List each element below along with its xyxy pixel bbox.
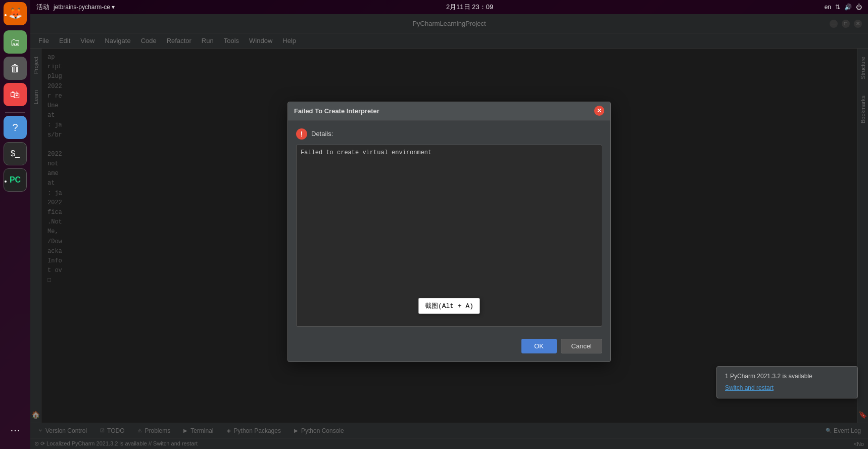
taskbar-icon-pycharm[interactable]: PC (4, 168, 27, 192)
cancel-button[interactable]: Cancel (561, 339, 602, 353)
firefox-icon: 🦊 (9, 7, 22, 20)
app-launcher-wrapper: ⋯ (4, 419, 27, 445)
grid-icon: ⋯ (10, 424, 20, 436)
taskbar-icon-trash[interactable]: 🗑 (4, 57, 27, 80)
ok-button[interactable]: OK (521, 339, 557, 353)
system-topbar: 活动 jetbrains-pycharm-ce ▾ 2月11日 23：09 en… (30, 0, 868, 14)
volume-icon: 🔊 (844, 4, 852, 11)
failed-interpreter-dialog: Failed To Create Interpreter ✕ ! Details… (287, 102, 611, 362)
pycharm-window: PyCharmLearningProject — □ ✕ File Edit V… (30, 14, 868, 449)
taskbar-divider (5, 112, 25, 113)
terminal-icon: $_ (11, 149, 20, 158)
error-message: Failed to create virtual environment (301, 149, 431, 156)
taskbar-pycharm-wrapper: PC (4, 168, 27, 195)
power-icon: ⏻ (856, 4, 862, 11)
trash-icon: 🗑 (10, 63, 20, 74)
switch-and-restart-link[interactable]: Switch and restart (725, 384, 774, 391)
taskbar-firefox-wrapper: 🦊 (4, 2, 27, 28)
dialog-details-header: ! Details: (296, 128, 602, 140)
topbar-right: en ⇅ 🔊 ⏻ (825, 4, 862, 11)
pycharm-icon: PC (10, 175, 21, 185)
taskbar-icon-grid[interactable]: ⋯ (4, 419, 27, 442)
taskbar-active-dot (5, 14, 7, 16)
taskbar-icon-help[interactable]: ? (4, 116, 27, 139)
topbar-left: 活动 jetbrains-pycharm-ce ▾ (36, 3, 115, 12)
update-notification: 1 PyCharm 2021.3.2 is available Switch a… (716, 366, 858, 398)
taskbar-left: 🦊 🗂 🗑 🛍 ? $_ PC ⋯ (0, 0, 30, 449)
taskbar-icon-firefox[interactable]: 🦊 (4, 2, 27, 25)
modal-overlay: 1 PyCharm 2021.3.2 is available Switch a… (30, 14, 868, 449)
store-icon: 🛍 (10, 89, 20, 101)
help-icon: ? (12, 122, 18, 133)
locale-indicator[interactable]: en (825, 4, 831, 11)
dialog-footer: OK Cancel (288, 335, 610, 362)
error-textarea[interactable]: Failed to create virtual environment 截图(… (296, 145, 602, 327)
topbar-datetime: 2月11日 23：09 (446, 3, 493, 12)
error-icon: ! (296, 128, 307, 140)
details-label: Details: (311, 130, 333, 138)
window-indicator[interactable]: jetbrains-pycharm-ce ▾ (54, 4, 115, 11)
taskbar-icon-terminal[interactable]: $_ (4, 142, 27, 165)
taskbar-pycharm-dot (5, 181, 7, 183)
taskbar-icon-files[interactable]: 🗂 (4, 30, 27, 54)
dialog-titlebar: Failed To Create Interpreter ✕ (288, 102, 610, 120)
update-notification-text: 1 PyCharm 2021.3.2 is available (725, 373, 849, 380)
taskbar-icon-store[interactable]: 🛍 (4, 83, 27, 106)
screenshot-tooltip-text: 截图(Alt + A) (425, 302, 473, 310)
activities-label[interactable]: 活动 (36, 3, 50, 12)
dialog-body: ! Details: Failed to create virtual envi… (288, 120, 610, 335)
files-icon: 🗂 (10, 36, 20, 48)
dialog-title: Failed To Create Interpreter (294, 107, 379, 115)
network-icon: ⇅ (835, 4, 840, 11)
screenshot-tooltip: 截图(Alt + A) (418, 298, 480, 314)
dialog-close-button[interactable]: ✕ (594, 106, 604, 116)
